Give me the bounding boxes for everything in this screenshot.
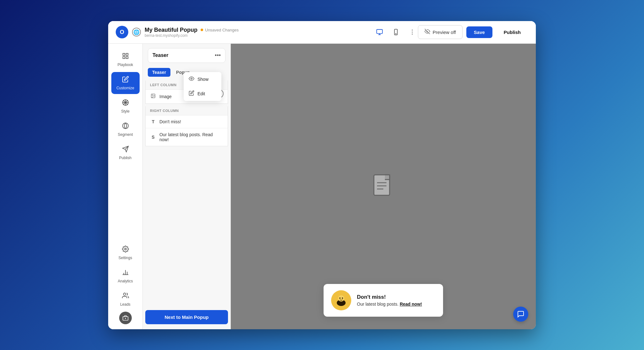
teaser-subtitle: Our latest blog posts. Read now!: [357, 302, 422, 307]
sidebar-bottom: Settings Analytics: [108, 242, 142, 324]
teaser-preview-popup: Don't miss! Our latest blog posts. Read …: [324, 284, 443, 317]
header-right: Preview off Save Publish: [418, 25, 528, 39]
svg-rect-12: [126, 56, 128, 58]
subtitle-row[interactable]: S Our latest blog posts. Read now!: [146, 128, 228, 146]
right-column-section: RIGHT COLUMN T Don't miss! S Our latest …: [145, 106, 228, 146]
teaser-avatar: [331, 290, 351, 310]
publish-header-button[interactable]: Publish: [496, 26, 528, 38]
subdomain: berna-test.myshopify.com: [145, 33, 239, 38]
sidebar-label-playbook: Playbook: [118, 63, 133, 67]
header-title-block: My Beautiful Popup Unsaved Changes berna…: [145, 27, 239, 38]
people-icon: [122, 292, 129, 301]
logo-icon: O: [116, 26, 128, 38]
svg-point-21: [123, 293, 125, 295]
svg-point-4: [396, 34, 396, 34]
svg-rect-0: [377, 30, 382, 34]
svg-rect-9: [123, 53, 125, 55]
segment-icon: [122, 122, 129, 131]
style-icon: [122, 99, 129, 108]
svg-point-15: [122, 123, 128, 128]
unsaved-badge: Unsaved Changes: [201, 28, 239, 32]
sidebar-item-segment[interactable]: Segment: [111, 119, 140, 141]
unsaved-text: Unsaved Changes: [205, 28, 239, 32]
svg-point-5: [412, 30, 413, 31]
header: O 🌐 My Beautiful Popup Unsaved Changes b…: [108, 21, 536, 44]
image-row-label: Image: [159, 94, 172, 99]
svg-rect-10: [126, 53, 128, 55]
sidebar-label-style: Style: [121, 109, 130, 114]
sidebar-label-publish: Publish: [119, 156, 131, 160]
header-center: [374, 26, 418, 38]
subtitle-row-label: Our latest blog posts. Read now!: [159, 132, 223, 142]
eye-off-icon: [425, 29, 430, 36]
canvas-empty-state: [372, 173, 394, 200]
svg-point-25: [191, 78, 192, 79]
chat-button[interactable]: [513, 307, 528, 322]
svg-point-27: [152, 95, 153, 95]
svg-point-34: [338, 295, 344, 302]
chart-icon: [122, 269, 129, 278]
preview-label: Preview off: [433, 30, 456, 35]
sidebar-item-analytics[interactable]: Analytics: [111, 265, 140, 287]
svg-point-35: [339, 297, 341, 299]
svg-point-16: [125, 248, 126, 250]
eye-icon: [189, 76, 194, 83]
main-layout: Playbook Customize Style: [108, 44, 536, 329]
teaser-title: Don't miss!: [357, 294, 422, 300]
save-button[interactable]: Save: [466, 26, 492, 38]
image-icon: [150, 93, 156, 100]
sidebar-item-style[interactable]: Style: [111, 95, 140, 117]
sidebar-item-publish[interactable]: Publish: [111, 142, 140, 164]
more-options-button[interactable]: [407, 26, 418, 38]
context-show-label: Show: [197, 77, 208, 82]
sidebar: Playbook Customize Style: [108, 44, 143, 329]
svg-point-36: [342, 297, 343, 299]
context-edit-label: Edit: [197, 91, 205, 96]
sidebar-label-analytics: Analytics: [118, 279, 133, 283]
globe-icon: 🌐: [132, 28, 141, 36]
title-row-label: Don't miss!: [159, 119, 181, 124]
mobile-view-button[interactable]: [390, 26, 402, 38]
sidebar-item-customize[interactable]: Customize: [111, 72, 140, 94]
header-left: O 🌐 My Beautiful Popup Unsaved Changes b…: [116, 26, 374, 38]
grid-icon: [122, 53, 129, 61]
title-row[interactable]: T Don't miss!: [146, 115, 228, 128]
teaser-subtitle-link[interactable]: Read now!: [400, 302, 422, 307]
gear-icon: [122, 246, 129, 254]
sidebar-label-settings: Settings: [119, 256, 132, 260]
svg-point-6: [412, 32, 413, 33]
desktop-view-button[interactable]: [374, 26, 385, 38]
sidebar-label-segment: Segment: [118, 132, 133, 137]
section-options-button[interactable]: •••: [215, 52, 221, 59]
sidebar-label-customize: Customize: [116, 86, 134, 90]
app-name: My Beautiful Popup: [145, 27, 197, 33]
canvas-area: Don't miss! Our latest blog posts. Read …: [231, 44, 536, 329]
preview-button[interactable]: Preview off: [418, 25, 463, 39]
teaser-subtitle-plain: Our latest blog posts.: [357, 302, 400, 307]
sidebar-label-leads: Leads: [120, 302, 130, 307]
tab-teaser[interactable]: Teaser: [148, 68, 170, 77]
text-title-icon: T: [150, 119, 156, 124]
section-title: Teaser: [153, 53, 168, 58]
svg-point-7: [412, 34, 413, 35]
context-show-button[interactable]: Show: [184, 72, 221, 86]
sidebar-item-leads[interactable]: Leads: [111, 288, 140, 310]
svg-rect-11: [123, 56, 125, 58]
context-edit-button[interactable]: Edit: [184, 86, 221, 101]
next-to-main-popup-button[interactable]: Next to Main Popup: [145, 310, 228, 324]
sidebar-item-playbook[interactable]: Playbook: [111, 49, 140, 71]
edit-icon: [189, 90, 194, 97]
publish-icon: [122, 146, 129, 154]
briefcase-button[interactable]: [119, 312, 132, 324]
teaser-text-block: Don't miss! Our latest blog posts. Read …: [357, 294, 422, 307]
panel: Teaser ••• Show: [143, 44, 231, 329]
context-menu: Show Edit: [184, 72, 221, 101]
sidebar-item-settings[interactable]: Settings: [111, 242, 140, 264]
right-column-label: RIGHT COLUMN: [146, 106, 228, 115]
text-subtitle-icon: S: [150, 135, 156, 140]
unsaved-dot: [201, 29, 203, 31]
pencil-icon: [122, 76, 129, 85]
